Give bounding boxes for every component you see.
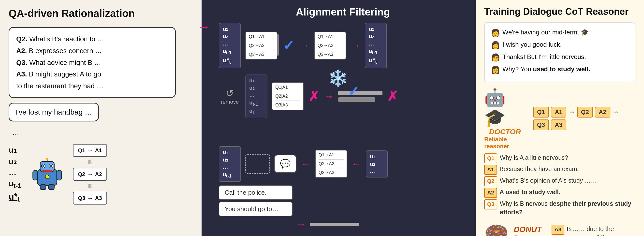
chain-a1: A1 bbox=[551, 107, 566, 118]
chain-arrow-2: → bbox=[612, 108, 619, 116]
dialogue-line-1: 🧑 We're having our mid-term. 🎓 bbox=[491, 28, 629, 38]
gray-bars-middle bbox=[338, 91, 382, 102]
qa-section: Q1 Why is A a little nervous? A1 Because… bbox=[484, 154, 636, 236]
a3-badge: A3 bbox=[552, 225, 564, 235]
doctor-label: DOCTOR bbox=[489, 128, 521, 136]
crossmark-1: ✗ bbox=[308, 88, 320, 104]
left-to-middle-arrow: → bbox=[202, 0, 210, 236]
svg-point-6 bbox=[42, 165, 44, 167]
chain-q2: Q2 bbox=[577, 107, 593, 118]
chain-q3: Q3 bbox=[533, 120, 549, 130]
q2-text: What's B's opinion of A's study …… bbox=[500, 176, 597, 185]
qa-stack-container-1: Q1→A1 Q2→A2 Q3→A3 Q1→A1 Q2→A2 Q3→A3 bbox=[245, 32, 277, 60]
avatar-1: 🧑 bbox=[491, 28, 500, 38]
chain-a3: A3 bbox=[551, 120, 566, 130]
speech-bubble-qa: Q2. What's B's reaction to … A2. B expre… bbox=[8, 27, 176, 98]
a1-text: Because they have an exam. bbox=[500, 165, 578, 173]
middle-panel: Alignment Filtering u₁ u₂ … ut-1 u*t Q1→… bbox=[210, 0, 476, 236]
chain-dots-1: ⛓ bbox=[73, 159, 107, 166]
u-item-1: u₁ bbox=[8, 145, 22, 155]
avatar-3: 🧑 bbox=[491, 52, 500, 63]
dashed-box bbox=[245, 154, 270, 174]
donut-sub: Dataset bbox=[514, 234, 542, 236]
chain-q1: Q1 bbox=[533, 107, 549, 118]
mini-u-list-top-1: u₁ u₂ … ut-1 u*t bbox=[219, 23, 241, 68]
a1-badge: A1 bbox=[484, 165, 497, 175]
right-panel-title: Training Dialogue CoT Reasoner bbox=[484, 6, 636, 18]
middle-panel-title: Alignment Filtering bbox=[219, 6, 467, 18]
dialogue-line-3: 🧑 Thanks! But I'm little nervous. bbox=[491, 52, 629, 63]
reasoner-chain: Q1 A1 → Q2 A2 → Q3 A3 bbox=[533, 107, 636, 130]
top-filter-row: u₁ u₂ … ut-1 u*t Q1→A1 Q2→A2 Q3→A3 Q1→A1… bbox=[219, 23, 467, 68]
qa-line-1: Q2. What's B's reaction to … A2. B expre… bbox=[16, 33, 168, 92]
svg-rect-14 bbox=[33, 170, 38, 180]
pink-arrow-4: ← bbox=[301, 158, 311, 170]
pink-arrow-1: → bbox=[300, 40, 310, 51]
left-panel: QA-driven Rationalization Q2. What's B's… bbox=[0, 0, 202, 236]
dialogue-line-4: 👩 Why? You used to study well. bbox=[491, 65, 629, 75]
qa-paper-1: Q1 → A1 bbox=[73, 144, 107, 157]
u-item-t1: ut-1 bbox=[8, 179, 22, 190]
q3-text: Why is B nervous despite their previous … bbox=[500, 199, 636, 216]
donut-label: DONUT bbox=[514, 225, 542, 234]
chain-a2: A2 bbox=[595, 107, 610, 118]
qa-row-a1: A1 Because they have an exam. bbox=[484, 165, 636, 175]
svg-rect-17 bbox=[48, 184, 54, 190]
svg-rect-16 bbox=[40, 184, 46, 190]
q1-text: Why is A a little nervous? bbox=[500, 154, 568, 162]
bottom-text-area: Call the police. You should go to… bbox=[219, 185, 467, 216]
mini-u-list-bottom-2: u₁ u₂ … bbox=[366, 150, 388, 178]
bottom-filter-row: u₁ u₂ … ut-1 💬 ← Q1→A1 Q2→A2 Q3→A3 ← bbox=[219, 141, 467, 182]
svg-point-3 bbox=[46, 158, 48, 160]
qa-row-q2: Q2 What's B's opinion of A's study …… bbox=[484, 176, 636, 186]
speech-bubble-handbag: I've lost my handbag … bbox=[8, 103, 99, 122]
qa-paper-2: Q2 → A2 bbox=[73, 168, 107, 181]
a2-text: A used to study well. bbox=[500, 188, 560, 196]
u-item-2: u₂ bbox=[8, 156, 22, 166]
svg-rect-15 bbox=[57, 170, 62, 180]
svg-point-7 bbox=[50, 165, 52, 167]
doctor-robot: 🤖🎓 DOCTOR Reliable reasoner bbox=[484, 87, 526, 150]
mini-u-list-top-2: u₁ u₂ … ut-1 u*t bbox=[365, 23, 387, 68]
main-container: QA-driven Rationalization Q2. What's B's… bbox=[0, 0, 644, 236]
qa-stack-filtered: Q1→A1 Q2→A2 Q3→A3 bbox=[314, 32, 346, 60]
dialogue-line-2: 👩 I wish you good luck. bbox=[491, 40, 629, 50]
doctor-sub: Reliable reasoner bbox=[484, 136, 526, 150]
donut-label-area: DONUT Dataset bbox=[514, 225, 542, 236]
bottom-left-area: u₁ u₂ … ut-1 u*t bbox=[8, 144, 193, 204]
qa-row-q3: Q3 Why is B nervous despite their previo… bbox=[484, 199, 636, 216]
qa-row-a3: A3 B …… due to the passage of time. bbox=[552, 225, 636, 236]
checkmark-top: ✓ bbox=[283, 38, 294, 53]
qa-stack-bottom: Q1→A1 Q2→A2 Q3→A3 bbox=[315, 150, 347, 178]
mini-u-list-remove: u₁ u₂ … ut-1 ut bbox=[245, 74, 268, 118]
doctor-section: 🤖🎓 DOCTOR Reliable reasoner Q1 A1 → Q2 A… bbox=[484, 87, 636, 150]
qa-paper-3: Q3 → A3 bbox=[73, 192, 107, 204]
q3-badge: Q3 bbox=[484, 199, 497, 210]
pink-arrow-2: → bbox=[350, 40, 360, 51]
bee-icon: ❄️ bbox=[328, 69, 348, 88]
donut-icon: 🍩 bbox=[484, 222, 509, 236]
graduation-robot-icon: 🤖🎓 bbox=[484, 87, 526, 128]
donut-area: 🍩 DONUT Dataset A3 B …… due to the passa… bbox=[484, 222, 636, 236]
a2-badge: A2 bbox=[484, 188, 497, 198]
avatar-2: 👩 bbox=[491, 40, 500, 50]
right-panel: Training Dialogue CoT Reasoner 🧑 We're h… bbox=[476, 0, 644, 236]
ellipsis-left: … bbox=[12, 129, 193, 137]
left-panel-title: QA-driven Rationalization bbox=[8, 8, 193, 20]
bottom-arrow-bar: → bbox=[219, 219, 467, 230]
checkmark-middle: ✓ bbox=[348, 84, 359, 99]
filter-bar-bottom bbox=[310, 223, 359, 226]
qa-papers-left: Q1 → A1 ⛓ Q2 → A2 ⛓ Q3 → A3 bbox=[73, 144, 107, 204]
mini-u-list-bottom: u₁ u₂ … ut-1 bbox=[219, 146, 241, 182]
avatar-4: 👩 bbox=[491, 65, 500, 75]
text-box-police: Call the police. bbox=[219, 185, 292, 200]
text-box-go: You should go to… bbox=[219, 202, 292, 216]
a3-section: A3 B …… due to the passage of time. bbox=[552, 225, 636, 236]
q2-badge: Q2 bbox=[484, 176, 497, 186]
robot-icon bbox=[31, 158, 63, 190]
svg-point-13 bbox=[45, 175, 49, 179]
pink-arrow-6: → bbox=[296, 219, 306, 230]
u-list-left: u₁ u₂ … ut-1 u*t bbox=[8, 145, 22, 204]
u-item-star: u*t bbox=[8, 192, 22, 203]
chat-bubble: 💬 bbox=[274, 155, 296, 173]
